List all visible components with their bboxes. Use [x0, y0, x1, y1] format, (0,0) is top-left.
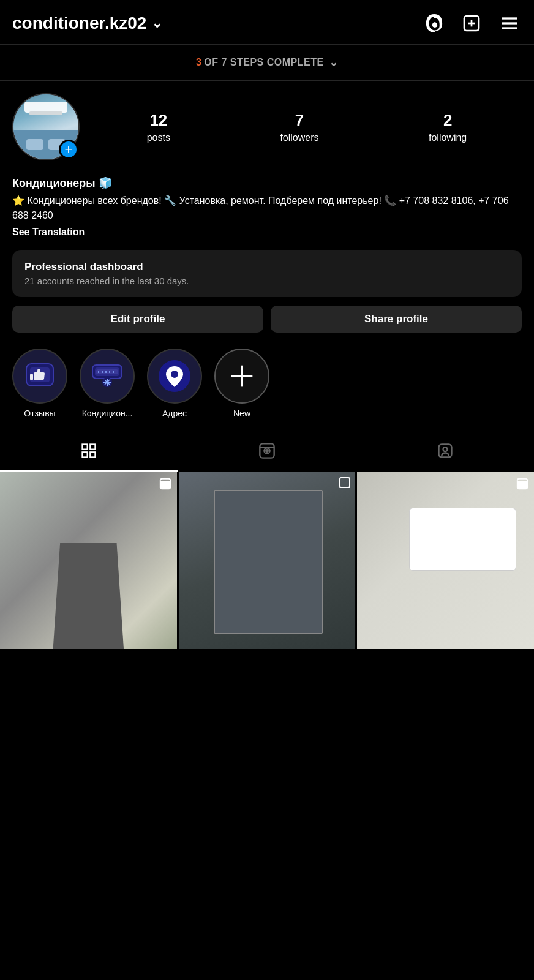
svg-rect-8: [30, 374, 33, 380]
highlight-circle-address: [147, 349, 202, 404]
highlight-address[interactable]: Адрес: [147, 349, 202, 418]
following-label: following: [429, 132, 467, 143]
new-plus-icon: [224, 358, 260, 394]
posts-count: 12: [149, 111, 167, 130]
chevron-down-icon: ⌄: [151, 15, 162, 31]
svg-rect-29: [91, 452, 96, 457]
profile-name: Кондиционеры 🧊: [12, 176, 522, 190]
photo-cell-1[interactable]: [0, 472, 177, 649]
svg-rect-27: [91, 445, 96, 450]
svg-rect-26: [83, 445, 88, 450]
avatar-container[interactable]: +: [12, 93, 80, 160]
highlight-reviews[interactable]: Отзывы: [12, 349, 67, 418]
followers-label: followers: [280, 132, 318, 143]
username-title[interactable]: conditioner.kz02 ⌄: [12, 13, 423, 33]
header-icons: [423, 11, 522, 36]
photo-3-inner: [357, 472, 534, 649]
highlight-circle-new: [214, 349, 269, 404]
location-icon: [156, 358, 193, 394]
tab-tagged[interactable]: [356, 431, 534, 472]
highlight-label-new: New: [233, 409, 250, 418]
reel-icon-3: [516, 477, 529, 491]
highlight-label-address: Адрес: [162, 409, 187, 418]
bio-section: Кондиционеры 🧊 ⭐ Кондиционеры всех бренд…: [0, 167, 534, 238]
steps-chevron-icon: ⌄: [329, 56, 339, 69]
svg-point-23: [171, 371, 178, 378]
following-stat[interactable]: 2 following: [429, 111, 467, 143]
tab-bar: [0, 431, 534, 472]
profile-section: + 12 posts 7 followers 2 following: [0, 81, 534, 167]
hamburger-icon: [500, 13, 519, 33]
add-content-button[interactable]: [459, 11, 484, 36]
highlight-label-reviews: Отзывы: [24, 409, 55, 418]
photo-2-inner: [179, 472, 356, 649]
see-translation-button[interactable]: See Translation: [12, 227, 522, 238]
photo-1-inner: [0, 472, 177, 649]
highlight-circle-ac: [80, 349, 135, 404]
reels-icon: [258, 442, 276, 459]
photo-cell-2[interactable]: [179, 472, 356, 649]
reviews-icon: [21, 358, 58, 394]
dashboard-subtitle: 21 accounts reached in the last 30 days.: [24, 276, 510, 286]
reel-icon-1: [159, 477, 172, 491]
svg-rect-28: [83, 452, 88, 457]
highlight-circle-reviews: [12, 349, 67, 404]
professional-dashboard[interactable]: Professional dashboard 21 accounts reach…: [12, 250, 522, 297]
header: conditioner.kz02 ⌄: [0, 0, 534, 44]
svg-point-35: [443, 447, 447, 451]
stats-row: 12 posts 7 followers 2 following: [80, 111, 522, 143]
reel-badge-1: [159, 477, 172, 493]
share-profile-button[interactable]: Share profile: [271, 306, 522, 333]
tab-grid[interactable]: [0, 431, 178, 472]
bio-text: ⭐ Кондиционеры всех брендов! 🔧 Установка…: [12, 194, 522, 223]
avatar-pillow-left: [26, 139, 43, 150]
tagged-icon: [437, 442, 454, 459]
dashboard-title: Professional dashboard: [24, 261, 510, 273]
username-text: conditioner.kz02: [12, 13, 146, 33]
plus-square-icon: [462, 13, 481, 33]
posts-stat[interactable]: 12 posts: [147, 111, 170, 143]
profile-top: + 12 posts 7 followers 2 following: [12, 93, 522, 160]
followers-count: 7: [295, 111, 304, 130]
reel-badge-3: [516, 477, 529, 493]
photo-cell-3[interactable]: [357, 472, 534, 649]
tab-reels[interactable]: [178, 431, 356, 472]
svg-point-32: [266, 450, 268, 452]
threads-icon-button[interactable]: [423, 12, 446, 35]
steps-current: 3: [196, 57, 201, 68]
avatar-ac-decoration: [24, 102, 67, 113]
avatar-add-button[interactable]: +: [59, 140, 78, 159]
svg-rect-11: [96, 369, 118, 374]
highlight-label-ac: Кондицион...: [82, 409, 133, 418]
edit-profile-button[interactable]: Edit profile: [12, 306, 263, 333]
posts-label: posts: [147, 132, 170, 143]
action-buttons: Edit profile Share profile: [0, 306, 534, 342]
photo-grid: [0, 472, 534, 649]
highlight-new[interactable]: New: [214, 349, 269, 418]
threads-icon: [425, 14, 443, 32]
square-badge-2: [339, 477, 350, 488]
steps-label: OF 7 STEPS COMPLETE: [204, 57, 323, 68]
followers-stat[interactable]: 7 followers: [280, 111, 318, 143]
highlight-ac[interactable]: Кондицион...: [80, 349, 135, 418]
square-icon-2: [339, 477, 350, 488]
ac-icon: [89, 358, 126, 394]
menu-button[interactable]: [497, 11, 522, 36]
following-count: 2: [443, 111, 452, 130]
highlights-row: Отзывы Кондицион...: [0, 342, 534, 431]
steps-banner[interactable]: 3 OF 7 STEPS COMPLETE ⌄: [0, 45, 534, 81]
grid-icon: [80, 442, 97, 459]
